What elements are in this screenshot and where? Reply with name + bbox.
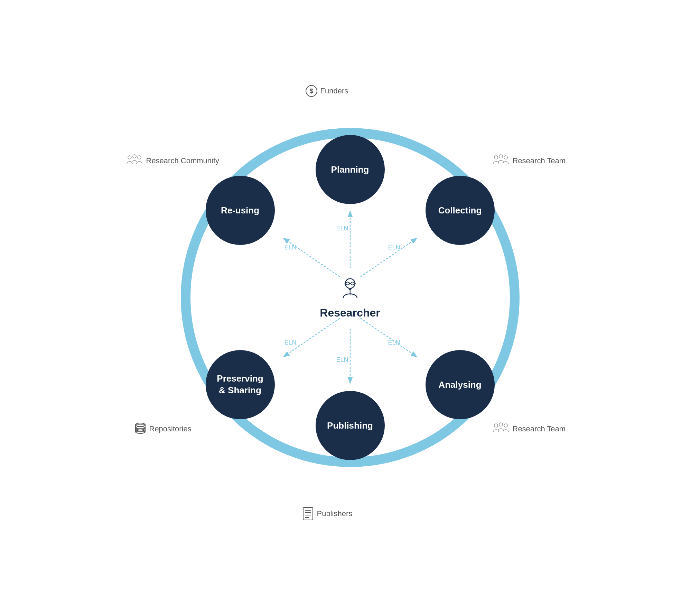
database-icon: [134, 422, 147, 436]
node-publishing: Publishing: [316, 391, 385, 460]
svg-point-29: [499, 423, 503, 426]
svg-rect-10: [351, 282, 354, 285]
eln-bottom-right: ELN: [388, 339, 400, 346]
eln-top-right: ELN: [388, 244, 400, 251]
document-icon: [302, 507, 314, 521]
svg-point-30: [504, 424, 507, 427]
node-planning: Planning: [316, 135, 385, 204]
svg-point-20: [494, 156, 498, 159]
node-preserving: Preserving& Sharing: [206, 350, 275, 419]
team-icon-top: [492, 154, 510, 168]
svg-point-21: [499, 155, 503, 158]
researcher-label: Researcher: [320, 306, 380, 319]
diagram-container: Planning Collecting Analysing Publishing…: [108, 55, 592, 540]
eln-top: ELN: [336, 225, 348, 232]
svg-point-22: [504, 156, 507, 159]
research-team-bottom-label: Research Team: [492, 422, 566, 436]
research-community-label: Research Community: [125, 154, 220, 168]
team-icon-bottom: [492, 422, 510, 436]
funders-label: $ Funders: [305, 85, 348, 97]
node-reusing: Re-using: [206, 176, 275, 245]
svg-rect-9: [346, 282, 349, 285]
research-team-top-label: Research Team: [492, 154, 566, 168]
node-collecting: Collecting: [426, 176, 495, 245]
svg-point-19: [138, 156, 141, 159]
eln-top-left: ELN: [284, 244, 297, 251]
svg-point-17: [128, 156, 131, 159]
svg-point-18: [133, 155, 136, 158]
researcher-center: Researcher: [320, 276, 380, 319]
eln-bottom-left: ELN: [284, 339, 297, 346]
svg-point-28: [494, 424, 498, 427]
svg-rect-31: [303, 507, 313, 520]
node-analysing: Analysing: [426, 350, 495, 419]
repositories-label: Repositories: [134, 422, 192, 436]
publishers-label: Publishers: [302, 507, 353, 521]
eln-bottom: ELN: [336, 356, 348, 364]
researcher-icon: [336, 276, 364, 304]
dollar-icon: $: [305, 85, 318, 97]
people-icon: [125, 154, 143, 168]
svg-text:$: $: [309, 88, 313, 94]
